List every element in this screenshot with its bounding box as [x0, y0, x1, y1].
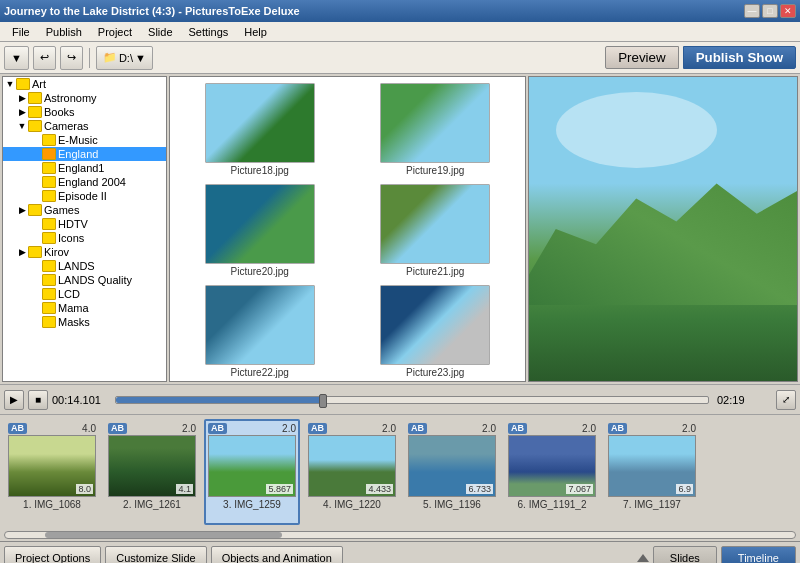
slide-thumb-0: 8.0 [8, 435, 96, 497]
minimize-button[interactable]: — [744, 4, 760, 18]
slide-dur-2: 2.0 [282, 423, 296, 434]
preview-image [529, 77, 797, 381]
thumb-item-2[interactable]: Picture20.jpg [174, 182, 346, 279]
tree-item-hdtv[interactable]: HDTV [3, 217, 166, 231]
expand-button[interactable]: ⤢ [776, 390, 796, 410]
new-button[interactable]: ▼ [4, 46, 29, 70]
thumb-image-2 [205, 184, 315, 264]
thumb-label-5: Picture23.jpg [406, 367, 464, 378]
tree-item-england[interactable]: England [3, 147, 166, 161]
sort-icon[interactable] [637, 554, 649, 562]
tree-item-mama[interactable]: Mama [3, 301, 166, 315]
folder-emusic-icon [42, 134, 56, 146]
tree-item-episode2[interactable]: Episode II [3, 189, 166, 203]
preview-button[interactable]: Preview [605, 46, 678, 69]
folder-dropdown[interactable]: 📁 D:\ ▼ [96, 46, 153, 70]
stop-button[interactable]: ■ [28, 390, 48, 410]
slide-item-1[interactable]: AB 2.0 4.1 2. IMG_1261 [104, 419, 200, 525]
tree-item-books[interactable]: ▶ Books [3, 105, 166, 119]
progress-thumb[interactable] [319, 394, 327, 408]
slide-item-0[interactable]: AB 4.0 8.0 1. IMG_1068 [4, 419, 100, 525]
slide-item-6[interactable]: AB 2.0 6.9 7. IMG_1197 [604, 419, 700, 525]
tree-item-lands-quality[interactable]: LANDS Quality [3, 273, 166, 287]
maximize-button[interactable]: □ [762, 4, 778, 18]
title-bar: Journey to the Lake District (4:3) - Pic… [0, 0, 800, 22]
thumb-item-4[interactable]: Picture22.jpg [174, 283, 346, 380]
slide-header-1: AB 2.0 [108, 423, 196, 434]
objects-animation-button[interactable]: Objects and Animation [211, 546, 343, 564]
folder-lands-quality-icon [42, 274, 56, 286]
publish-button[interactable]: Publish Show [683, 46, 796, 69]
total-time: 02:19 [717, 394, 772, 406]
tree-label-astronomy: Astronomy [44, 92, 97, 104]
tree-item-icons[interactable]: Icons [3, 231, 166, 245]
thumb-label-4: Picture22.jpg [231, 367, 289, 378]
tree-item-art[interactable]: ▼ Art [3, 77, 166, 91]
slide-header-6: AB 2.0 [608, 423, 696, 434]
slide-header-0: AB 4.0 [8, 423, 96, 434]
thumb-label-2: Picture20.jpg [231, 266, 289, 277]
path-label: D:\ [119, 52, 133, 64]
slide-strip[interactable]: AB 4.0 8.0 1. IMG_1068 AB 2.0 4.1 2. IMG… [0, 414, 800, 529]
tree-item-lcd[interactable]: LCD [3, 287, 166, 301]
preview-clouds [556, 92, 717, 168]
slide-name-6: 7. IMG_1197 [623, 499, 681, 510]
tree-item-astronomy[interactable]: ▶ Astronomy [3, 91, 166, 105]
scroll-thumb[interactable] [45, 532, 282, 538]
timeline-tab[interactable]: Timeline [721, 546, 796, 564]
slide-dur-0: 4.0 [82, 423, 96, 434]
tree-item-england2004[interactable]: England 2004 [3, 175, 166, 189]
tree-label-games: Games [44, 204, 79, 216]
undo-button[interactable]: ↩ [33, 46, 56, 70]
thumb-item-3[interactable]: Picture21.jpg [350, 182, 522, 279]
tree-label-kirov: Kirov [44, 246, 69, 258]
slides-tab[interactable]: Slides [653, 546, 717, 564]
tree-item-emusic[interactable]: E-Music [3, 133, 166, 147]
tree-label-masks: Masks [58, 316, 90, 328]
tree-item-kirov[interactable]: ▶ Kirov [3, 245, 166, 259]
preview-area [528, 76, 798, 382]
tree-item-masks[interactable]: Masks [3, 315, 166, 329]
tree-item-lands[interactable]: LANDS [3, 259, 166, 273]
thumb-label-0: Picture18.jpg [231, 165, 289, 176]
menu-file[interactable]: File [4, 24, 38, 40]
slide-dur-5: 2.0 [582, 423, 596, 434]
thumb-item-5[interactable]: Picture23.jpg [350, 283, 522, 380]
progress-bar[interactable] [115, 396, 709, 404]
thumb-item-1[interactable]: Picture19.jpg [350, 81, 522, 178]
folder-cameras-icon [28, 120, 42, 132]
menu-slide[interactable]: Slide [140, 24, 180, 40]
thumb-image-4 [205, 285, 315, 365]
project-options-button[interactable]: Project Options [4, 546, 101, 564]
thumb-item-0[interactable]: Picture18.jpg [174, 81, 346, 178]
folder-lcd-icon [42, 288, 56, 300]
tree-item-cameras[interactable]: ▼ Cameras [3, 119, 166, 133]
file-tree[interactable]: ▼ Art ▶ Astronomy ▶ Books ▼ Cameras E-Mu… [2, 76, 167, 382]
slide-item-3[interactable]: AB 2.0 4.433 4. IMG_1220 [304, 419, 400, 525]
scroll-track[interactable] [4, 531, 796, 539]
bottom-controls: Project Options Customize Slide Objects … [0, 541, 800, 563]
menu-project[interactable]: Project [90, 24, 140, 40]
slide-bottom-dur-0: 8.0 [76, 484, 93, 494]
window-title: Journey to the Lake District (4:3) - Pic… [4, 5, 300, 17]
menu-publish[interactable]: Publish [38, 24, 90, 40]
thumbnail-grid[interactable]: Picture18.jpg Picture19.jpg Picture20.jp… [169, 76, 526, 382]
tree-item-england1[interactable]: England1 [3, 161, 166, 175]
thumb-image-3 [380, 184, 490, 264]
customize-slide-button[interactable]: Customize Slide [105, 546, 206, 564]
slide-thumb-6: 6.9 [608, 435, 696, 497]
slide-item-4[interactable]: AB 2.0 6.733 5. IMG_1196 [404, 419, 500, 525]
progress-fill [116, 397, 323, 403]
redo-button[interactable]: ↪ [60, 46, 83, 70]
thumb-label-1: Picture19.jpg [406, 165, 464, 176]
folder-books-icon [28, 106, 42, 118]
slide-bottom-dur-3: 4.433 [366, 484, 393, 494]
tree-item-games[interactable]: ▶ Games [3, 203, 166, 217]
menu-settings[interactable]: Settings [181, 24, 237, 40]
slide-item-2[interactable]: AB 2.0 5.867 3. IMG_1259 [204, 419, 300, 525]
menu-help[interactable]: Help [236, 24, 275, 40]
close-button[interactable]: ✕ [780, 4, 796, 18]
scroll-strip[interactable] [0, 529, 800, 541]
play-button[interactable]: ▶ [4, 390, 24, 410]
slide-item-5[interactable]: AB 2.0 7.067 6. IMG_1191_2 [504, 419, 600, 525]
